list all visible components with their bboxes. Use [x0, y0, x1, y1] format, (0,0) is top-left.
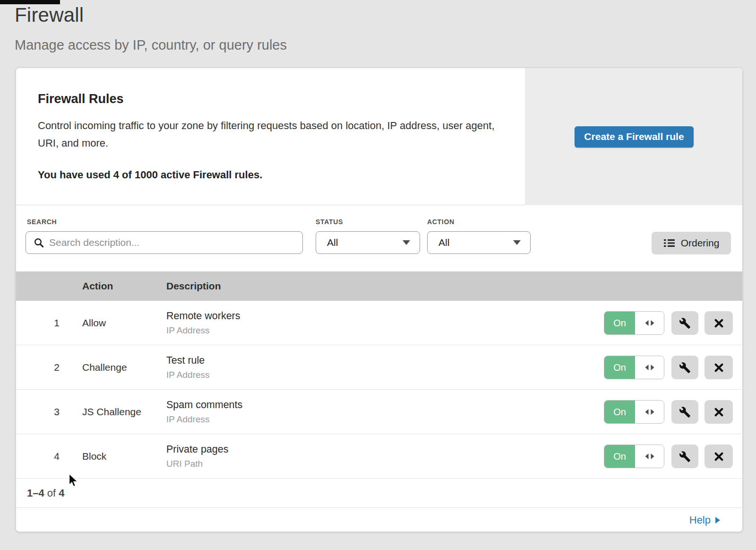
wrench-icon	[679, 362, 691, 374]
delete-rule-button[interactable]	[704, 356, 733, 379]
card-description: Control incoming traffic to your zone by…	[38, 117, 510, 152]
delete-rule-button[interactable]	[704, 445, 733, 468]
action-select[interactable]: All	[427, 231, 531, 254]
create-rule-panel: Create a Firewall rule	[525, 68, 743, 205]
x-icon	[713, 318, 724, 329]
chevron-down-icon	[513, 240, 521, 245]
filters-bar: SEARCH STATUS All ACTION All	[16, 205, 742, 271]
edit-rule-button[interactable]	[671, 311, 698, 335]
edit-rule-button[interactable]	[671, 400, 698, 424]
help-row: Help	[16, 508, 742, 532]
rule-enabled-toggle[interactable]: On	[604, 445, 664, 468]
action-selected-value: All	[438, 237, 449, 248]
table-row: 1 Allow Remote workers IP Address On	[16, 301, 742, 345]
pagination-total: 4	[59, 487, 64, 499]
pagination-of: of	[47, 487, 56, 499]
rule-action: JS Challenge	[82, 406, 141, 418]
rule-action: Allow	[82, 317, 106, 329]
rule-description-cell: Test rule IP Address	[166, 355, 210, 380]
left-right-arrows-icon[interactable]	[635, 445, 664, 468]
search-input[interactable]	[26, 231, 303, 254]
table-body: 1 Allow Remote workers IP Address On	[16, 301, 742, 479]
help-link[interactable]: Help	[689, 514, 720, 526]
wrench-icon	[679, 451, 691, 463]
rule-priority: 4	[44, 451, 60, 462]
table-row: 4 Block Private pages URI Path On	[16, 434, 742, 479]
status-select[interactable]: All	[316, 231, 420, 254]
list-icon	[663, 238, 675, 248]
page-subtitle: Manage access by IP, country, or query r…	[15, 37, 287, 53]
status-label: STATUS	[316, 218, 343, 226]
create-firewall-rule-button[interactable]: Create a Firewall rule	[575, 126, 694, 148]
left-right-arrows-icon[interactable]	[635, 401, 664, 423]
rule-match-type: IP Address	[166, 325, 241, 336]
search-icon	[34, 237, 44, 248]
search-label: SEARCH	[27, 218, 57, 226]
x-icon	[713, 451, 724, 462]
chevron-down-icon	[403, 240, 410, 245]
toggle-on-label[interactable]: On	[604, 401, 635, 423]
left-right-arrows-icon[interactable]	[635, 312, 664, 334]
rule-match-type: IP Address	[166, 414, 242, 425]
left-right-arrows-icon[interactable]	[635, 356, 664, 379]
help-link-label: Help	[689, 514, 711, 526]
rule-priority: 1	[44, 317, 60, 329]
delete-rule-button[interactable]	[704, 400, 733, 424]
rule-description-cell: Private pages URI Path	[166, 444, 228, 469]
rule-description: Private pages	[166, 444, 228, 455]
card-heading: Firewall Rules	[38, 92, 510, 106]
rule-enabled-toggle[interactable]: On	[604, 400, 664, 424]
column-header-action: Action	[82, 271, 113, 301]
rule-description: Remote workers	[166, 310, 241, 322]
firewall-rules-card: Firewall Rules Control incoming traffic …	[16, 68, 743, 532]
rule-priority: 3	[44, 406, 60, 418]
toggle-on-label[interactable]: On	[604, 445, 635, 468]
delete-rule-button[interactable]	[704, 311, 733, 335]
rule-priority: 2	[44, 362, 60, 373]
rule-enabled-toggle[interactable]: On	[604, 311, 664, 335]
table-row: 3 JS Challenge Spam comments IP Address …	[16, 390, 742, 434]
rule-description-cell: Remote workers IP Address	[166, 310, 241, 336]
table-header: Action Description	[16, 271, 742, 301]
action-label: ACTION	[427, 218, 455, 226]
ordering-button-label: Ordering	[681, 237, 720, 249]
video-progress-bar	[0, 0, 60, 4]
toggle-on-label[interactable]: On	[604, 356, 635, 379]
toggle-on-label[interactable]: On	[604, 312, 635, 334]
rule-description: Test rule	[166, 355, 210, 367]
x-icon	[713, 407, 724, 418]
search-field[interactable]	[49, 237, 296, 248]
pagination-row: 1–4 of 4	[16, 479, 742, 508]
table-row: 2 Challenge Test rule IP Address On	[16, 345, 742, 390]
rule-match-type: URI Path	[166, 459, 228, 469]
edit-rule-button[interactable]	[671, 445, 698, 468]
rule-description-cell: Spam comments IP Address	[166, 399, 242, 425]
wrench-icon	[679, 317, 691, 329]
ordering-button[interactable]: Ordering	[652, 232, 731, 254]
firewall-rules-summary-text: Firewall Rules Control incoming traffic …	[38, 92, 510, 181]
rule-match-type: IP Address	[166, 370, 210, 380]
page-title: Firewall	[15, 4, 84, 26]
arrow-right-icon	[715, 517, 720, 524]
x-icon	[713, 362, 724, 373]
usage-summary: You have used 4 of 1000 active Firewall …	[38, 169, 510, 181]
rule-action: Challenge	[82, 362, 127, 373]
wrench-icon	[679, 406, 691, 418]
edit-rule-button[interactable]	[671, 356, 698, 379]
rule-action: Block	[82, 451, 106, 462]
firewall-rules-summary-section: Firewall Rules Control incoming traffic …	[16, 68, 742, 205]
column-header-description: Description	[166, 271, 221, 301]
status-selected-value: All	[327, 237, 338, 248]
rule-description: Spam comments	[166, 399, 242, 411]
pagination-range: 1–4	[27, 487, 44, 499]
rule-enabled-toggle[interactable]: On	[604, 356, 664, 379]
